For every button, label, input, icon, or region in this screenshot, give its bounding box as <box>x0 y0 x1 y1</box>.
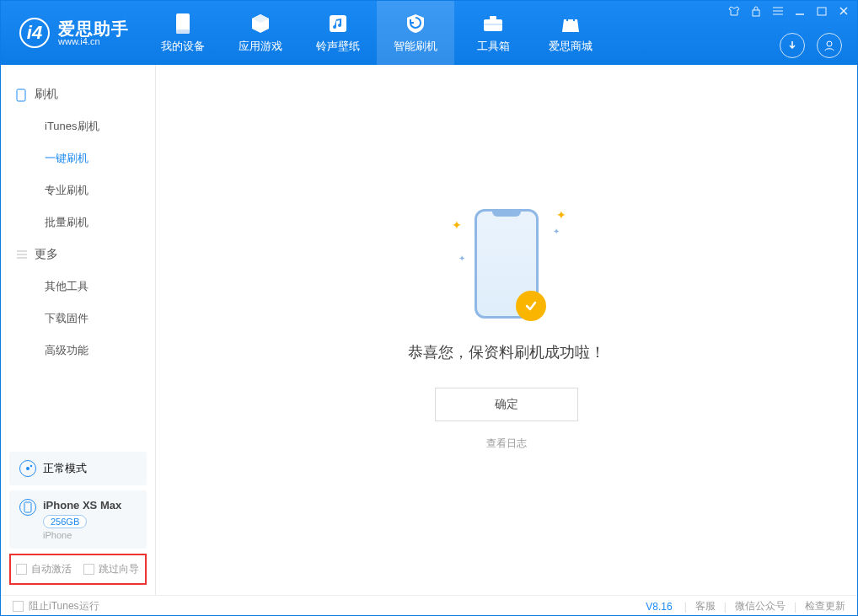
device-name: iPhone XS Max <box>43 499 121 512</box>
sidebar-item-pro-flash[interactable]: 专业刷机 <box>1 174 155 206</box>
menu-icon[interactable] <box>771 4 785 18</box>
mode-icon <box>19 460 36 477</box>
music-icon <box>326 12 350 35</box>
device-card-icon <box>19 499 36 516</box>
shirt-icon[interactable] <box>727 4 741 18</box>
list-icon <box>16 249 28 260</box>
svg-rect-4 <box>490 16 496 19</box>
success-message: 恭喜您，保资料刷机成功啦！ <box>408 342 605 362</box>
maximize-icon[interactable] <box>815 4 829 18</box>
nav-smart-flash[interactable]: 智能刷机 <box>377 1 454 65</box>
cube-icon <box>249 12 272 35</box>
ok-button[interactable]: 确定 <box>435 388 578 421</box>
svg-rect-5 <box>484 24 502 25</box>
checkmark-badge-icon <box>516 291 546 321</box>
statusbar: 阻止iTunes运行 V8.16 | 客服 | 微信公众号 | 检查更新 <box>1 595 857 616</box>
window-controls <box>727 4 850 18</box>
mode-card[interactable]: 正常模式 <box>9 452 147 485</box>
device-storage: 256GB <box>43 515 87 528</box>
checkbox-icon <box>16 564 27 575</box>
close-icon[interactable] <box>837 4 850 18</box>
sidebar-item-download-firmware[interactable]: 下载固件 <box>1 303 155 335</box>
device-type: iPhone <box>43 530 121 540</box>
svg-rect-11 <box>818 8 826 15</box>
briefcase-icon <box>481 12 505 35</box>
device-card[interactable]: iPhone XS Max 256GB iPhone <box>9 490 147 549</box>
checkbox-icon <box>83 564 94 575</box>
sparkle-icon: ✦ <box>556 208 566 222</box>
header-actions <box>780 33 842 58</box>
minimize-icon[interactable] <box>793 4 807 18</box>
svg-point-20 <box>30 465 32 467</box>
download-button[interactable] <box>780 33 805 58</box>
check-update-link[interactable]: 检查更新 <box>805 599 845 613</box>
nav-apps-games[interactable]: 应用游戏 <box>222 1 299 65</box>
lock-icon[interactable] <box>749 4 763 18</box>
svg-rect-6 <box>753 10 759 16</box>
titlebar: i4 爱思助手 www.i4.cn 我的设备 应用游戏 铃声壁纸 智能刷机 工具… <box>1 1 857 65</box>
sidebar-item-advanced[interactable]: 高级功能 <box>1 335 155 367</box>
svg-rect-15 <box>17 89 25 101</box>
sparkle-icon: ✦ <box>452 218 462 232</box>
svg-rect-1 <box>176 29 190 34</box>
device-icon <box>16 88 28 100</box>
main-content: ✦ ✦ ✦ ✦ 恭喜您，保资料刷机成功啦！ 确定 查看日志 <box>156 65 857 595</box>
svg-point-14 <box>827 41 832 46</box>
app-url: www.i4.cn <box>58 37 129 46</box>
app-logo: i4 爱思助手 www.i4.cn <box>1 18 144 48</box>
refresh-shield-icon <box>404 12 427 35</box>
sidebar-item-oneclick-flash[interactable]: 一键刷机 <box>1 142 155 174</box>
user-button[interactable] <box>817 33 842 58</box>
nav-toolbox[interactable]: 工具箱 <box>454 1 532 65</box>
view-log-link[interactable]: 查看日志 <box>486 437 527 451</box>
sparkle-icon: ✦ <box>553 227 560 236</box>
sidebar-item-batch-flash[interactable]: 批量刷机 <box>1 206 155 238</box>
bag-icon <box>559 12 582 35</box>
wechat-link[interactable]: 微信公众号 <box>735 599 786 613</box>
nav-store[interactable]: 爱思商城 <box>532 1 609 65</box>
checkbox-icon <box>13 601 24 612</box>
version-label: V8.16 <box>646 601 672 613</box>
app-name: 爱思助手 <box>58 20 129 37</box>
sparkle-icon: ✦ <box>458 254 465 263</box>
highlighted-checks: 自动激活 跳过向导 <box>9 554 147 585</box>
success-illustration: ✦ ✦ ✦ ✦ <box>475 209 539 319</box>
phone-icon <box>171 12 195 35</box>
nav-my-device[interactable]: 我的设备 <box>144 1 222 65</box>
svg-rect-2 <box>330 15 346 32</box>
support-link[interactable]: 客服 <box>695 599 716 613</box>
svg-rect-21 <box>24 502 31 512</box>
sidebar: 刷机 iTunes刷机 一键刷机 专业刷机 批量刷机 更多 其他工具 下载固件 … <box>1 65 156 595</box>
nav-ringtones[interactable]: 铃声壁纸 <box>299 1 377 65</box>
sidebar-section-more: 更多 <box>1 238 155 271</box>
mode-label: 正常模式 <box>43 461 87 476</box>
logo-icon: i4 <box>19 18 50 48</box>
check-stop-itunes[interactable]: 阻止iTunes运行 <box>13 599 99 613</box>
check-skip-guide[interactable]: 跳过向导 <box>83 562 139 576</box>
check-auto-activate[interactable]: 自动激活 <box>16 562 72 576</box>
sidebar-item-other-tools[interactable]: 其他工具 <box>1 271 155 303</box>
sidebar-item-itunes-flash[interactable]: iTunes刷机 <box>1 110 155 142</box>
sidebar-section-flash: 刷机 <box>1 78 155 110</box>
main-nav: 我的设备 应用游戏 铃声壁纸 智能刷机 工具箱 爱思商城 <box>144 1 609 65</box>
svg-point-19 <box>26 467 29 470</box>
